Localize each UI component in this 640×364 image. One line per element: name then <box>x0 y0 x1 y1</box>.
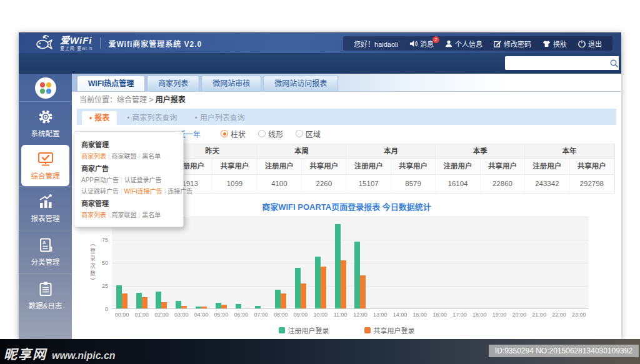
x-tick-label-12: 12:00 <box>351 312 371 318</box>
separator: | <box>164 188 166 195</box>
bar-共享用户登录-05:00 <box>221 305 227 308</box>
popup-link[interactable]: 商家联盟 <box>112 212 137 219</box>
separator: | <box>121 177 122 184</box>
popup-link[interactable]: 商家联盟 <box>112 153 137 160</box>
bar-group-12:00 <box>351 217 371 308</box>
breadcrumb: 当前位置：综合管理 > 用户报表 <box>72 92 621 109</box>
x-tick-label-5: 05:00 <box>211 312 231 318</box>
breadcrumb-current: 用户报表 <box>156 96 186 104</box>
bar-group-11:00 <box>331 217 351 308</box>
table-period-cell-2: 本周 <box>258 144 347 159</box>
sidebar: 系统配置 综合管理 报表管理 <box>19 74 72 339</box>
x-tick-label-10: 10:00 <box>311 312 331 318</box>
sidebar-item-data-logs[interactable]: 数据&日志 <box>19 273 72 317</box>
person-icon <box>445 40 452 47</box>
sidebar-item-general-management[interactable]: 综合管理 <box>21 145 69 186</box>
legend-swatch <box>364 327 371 333</box>
bullet-icon: • <box>89 114 92 122</box>
gear-icon <box>38 109 54 125</box>
bar-group-01:00 <box>132 217 152 308</box>
image-id-strip: ID:9350294 NO:20150628134030109392 <box>489 345 639 357</box>
subtab-2[interactable]: •用户列表查询 <box>187 111 252 125</box>
legend-item-0[interactable]: 注册用户登录 <box>279 325 329 335</box>
logo-tagline: 爱上网 爱wi-fi <box>60 46 92 51</box>
edit-icon <box>494 40 501 47</box>
tab-1[interactable]: 商家列表 <box>147 76 199 91</box>
sidebar-item-category-management[interactable]: A 分类管理 <box>19 230 72 273</box>
table-period-cell-5: 本年 <box>525 144 614 159</box>
popup-link[interactable]: 连接广告 <box>168 188 192 195</box>
header-divider <box>100 37 101 49</box>
document-icon: A <box>38 237 54 253</box>
search-box <box>505 56 615 70</box>
sidebar-item-system-config[interactable]: 系统配置 <box>19 101 72 145</box>
bar-group-20:00 <box>509 217 529 308</box>
popup-link[interactable]: 商家列表 <box>81 153 106 160</box>
legend-item-1[interactable]: 共享用户登录 <box>364 325 415 335</box>
popup-link[interactable]: 商家列表 <box>81 212 106 219</box>
popup-section-title-0: 商家管理 <box>81 139 176 149</box>
table-header-registered-5: 注册用户 <box>525 159 569 175</box>
popup-link[interactable]: WIFI连接广告 <box>124 188 162 195</box>
chart-type-radio-1[interactable]: 线形 <box>258 129 283 139</box>
bar-group-04:00 <box>191 217 211 308</box>
subtab-0[interactable]: •报表 <box>82 111 117 125</box>
x-tick-label-8: 08:00 <box>271 312 291 318</box>
change-password-menu-item[interactable]: 修改密码 <box>488 39 537 49</box>
tab-0[interactable]: WIFI热点管理 <box>77 76 145 91</box>
table-header-shared-2: 共享用户 <box>302 159 346 175</box>
bar-chart: （登录次数） 0255075100 <box>112 217 589 309</box>
y-axis-label: （登录次数） <box>89 240 97 285</box>
table-header-shared-4: 共享用户 <box>481 159 525 175</box>
table-value-shared-5: 292798 <box>570 175 614 193</box>
y-tick-label: 50 <box>102 260 108 266</box>
popup-row-2-0: 商家列表|商家联盟|黑名单 <box>81 210 176 219</box>
x-tick-label-19: 19:00 <box>489 312 509 318</box>
popup-link[interactable]: 黑名单 <box>142 153 161 160</box>
bar-注册用户登录-09:00 <box>295 268 301 308</box>
bar-注册用户登录-08:00 <box>275 290 281 308</box>
popup-link[interactable]: 认证登录广告 <box>124 177 162 184</box>
tab-2[interactable]: 微网站审核 <box>201 76 261 91</box>
table-header-registered-4: 注册用户 <box>436 159 480 175</box>
subtab-1[interactable]: •商家列表查询 <box>119 111 184 125</box>
bar-group-13:00 <box>370 217 390 308</box>
bar-共享用户登录-02:00 <box>161 302 167 308</box>
popup-link[interactable]: APP启动广告 <box>81 177 119 184</box>
popup-link[interactable]: 认证跳转广告 <box>81 188 119 195</box>
bar-注册用户登录-12:00 <box>354 242 360 308</box>
bar-共享用户登录-11:00 <box>341 260 346 308</box>
chart-type-radios: 柱状线形区域 <box>221 129 333 139</box>
search-input[interactable] <box>505 56 609 70</box>
greeting-text: 您好！haidaoli <box>348 39 404 49</box>
bar-注册用户登录-05:00 <box>216 303 221 308</box>
bar-group-14:00 <box>390 217 410 308</box>
search-button[interactable] <box>609 56 619 70</box>
separator: | <box>139 212 141 219</box>
bar-group-22:00 <box>549 217 569 308</box>
table-header-registered-2: 注册用户 <box>258 159 302 175</box>
change-skin-menu-item[interactable]: 换肤 <box>537 39 572 49</box>
bar-注册用户登录-07:00 <box>255 306 261 308</box>
bullet-icon: • <box>194 114 197 122</box>
bar-group-08:00 <box>271 217 291 308</box>
table-header-shared-3: 共享用户 <box>391 159 436 175</box>
separator: | <box>108 153 110 160</box>
app-launcher-icon[interactable] <box>34 76 58 100</box>
bar-注册用户登录-03:00 <box>176 301 181 308</box>
messages-menu-item[interactable]: 消息 2 <box>404 39 439 49</box>
chart-type-radio-0[interactable]: 柱状 <box>221 129 246 139</box>
profile-menu-item[interactable]: 个人信息 <box>439 39 488 49</box>
table-value-registered-2: 4100 <box>258 175 302 193</box>
x-tick-label-6: 06:00 <box>231 312 251 318</box>
tab-3[interactable]: 微网站访问报表 <box>263 76 338 91</box>
popup-link[interactable]: 黑名单 <box>142 212 161 219</box>
sidebar-item-report-management[interactable]: 报表管理 <box>19 186 72 230</box>
bar-group-18:00 <box>469 217 489 308</box>
logout-menu-item[interactable]: 退出 <box>572 39 608 49</box>
bar-group-00:00 <box>112 217 132 308</box>
x-tick-label-1: 01:00 <box>132 312 152 318</box>
table-value-registered-4: 16104 <box>436 175 480 193</box>
legend-swatch <box>279 327 285 333</box>
chart-type-radio-2[interactable]: 区域 <box>296 129 321 139</box>
